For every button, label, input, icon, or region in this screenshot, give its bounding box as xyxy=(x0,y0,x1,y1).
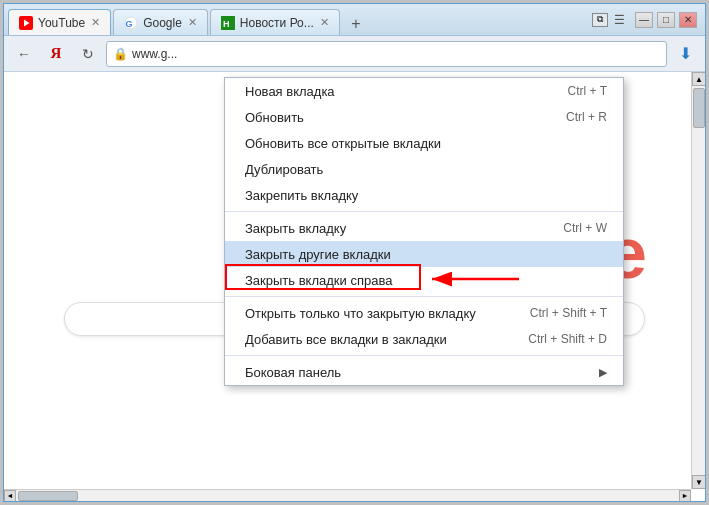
tab-youtube-close[interactable]: ✕ xyxy=(91,16,100,29)
tab-google-close[interactable]: ✕ xyxy=(188,16,197,29)
menu-item-reopen-label: Открыть только что закрытую вкладку xyxy=(245,306,476,321)
lock-icon: 🔒 xyxy=(113,47,128,61)
menu-item-close-right-label: Закрыть вкладки справа xyxy=(245,273,392,288)
menu-item-refresh-label: Обновить xyxy=(245,110,304,125)
yandex-button[interactable]: Я xyxy=(42,41,70,67)
separator-2 xyxy=(225,296,623,297)
menu-item-sidebar[interactable]: Боковая панель ▶ xyxy=(225,359,623,385)
address-bar[interactable]: 🔒 www.g... xyxy=(106,41,667,67)
menu-item-bookmarks-all-label: Добавить все вкладки в закладки xyxy=(245,332,447,347)
menu-item-close-other-label: Закрыть другие вкладки xyxy=(245,247,391,262)
menu-item-close-other[interactable]: Закрыть другие вкладки xyxy=(225,241,623,267)
new-tab-button[interactable]: + xyxy=(344,13,368,35)
menu-item-refresh-shortcut: Ctrl + R xyxy=(566,110,607,124)
scroll-thumb-vertical[interactable] xyxy=(693,88,705,128)
tab-news[interactable]: Н Новости Ро... ✕ xyxy=(210,9,340,35)
download-button[interactable]: ⬇ xyxy=(671,41,699,67)
menu-item-refresh-all-label: Обновить все открытые вкладки xyxy=(245,136,441,151)
menu-item-refresh[interactable]: Обновить Ctrl + R xyxy=(225,104,623,130)
scroll-left-button[interactable]: ◄ xyxy=(4,490,16,502)
google-favicon: G xyxy=(124,16,138,30)
menu-item-new-tab[interactable]: Новая вкладка Ctrl + T xyxy=(225,78,623,104)
menu-item-sidebar-label: Боковая панель xyxy=(245,365,341,380)
browser-window: YouTube ✕ G Google ✕ Н xyxy=(3,3,706,502)
address-text: www.g... xyxy=(132,47,177,61)
news-favicon: Н xyxy=(221,16,235,30)
menu-item-pin-label: Закрепить вкладку xyxy=(245,188,358,203)
svg-text:G: G xyxy=(126,18,133,28)
context-menu: Новая вкладка Ctrl + T Обновить Ctrl + R… xyxy=(224,77,624,386)
menu-item-refresh-all[interactable]: Обновить все открытые вкладки xyxy=(225,130,623,156)
tab-news-label: Новости Ро... xyxy=(240,16,314,30)
content-area: Google Новая вкладка Ctrl + T Обновить C… xyxy=(4,72,705,501)
menu-item-reopen[interactable]: Открыть только что закрытую вкладку Ctrl… xyxy=(225,300,623,326)
yandex-icon: Я xyxy=(51,45,62,62)
maximize-button[interactable]: □ xyxy=(657,12,675,28)
close-button[interactable]: ✕ xyxy=(679,12,697,28)
tab-google-label: Google xyxy=(143,16,182,30)
scrollbar-vertical[interactable]: ▲ ▼ xyxy=(691,72,705,489)
tab-youtube[interactable]: YouTube ✕ xyxy=(8,9,111,35)
scroll-down-button[interactable]: ▼ xyxy=(692,475,705,489)
menu-item-reopen-shortcut: Ctrl + Shift + T xyxy=(530,306,607,320)
youtube-favicon xyxy=(19,16,33,30)
title-bar: YouTube ✕ G Google ✕ Н xyxy=(4,4,705,36)
restore-icon[interactable]: ⧉ xyxy=(592,13,608,27)
menu-item-new-tab-shortcut: Ctrl + T xyxy=(568,84,607,98)
minimize-button[interactable]: — xyxy=(635,12,653,28)
menu-icon[interactable]: ☰ xyxy=(610,11,629,29)
menu-item-pin[interactable]: Закрепить вкладку xyxy=(225,182,623,208)
scroll-thumb-horizontal[interactable] xyxy=(18,491,78,501)
toolbar: ← Я ↻ 🔒 www.g... ⬇ xyxy=(4,36,705,72)
tab-strip: YouTube ✕ G Google ✕ Н xyxy=(8,4,586,35)
separator-3 xyxy=(225,355,623,356)
back-icon: ← xyxy=(17,46,31,62)
scroll-up-button[interactable]: ▲ xyxy=(692,72,705,86)
scroll-right-button[interactable]: ► xyxy=(679,490,691,502)
tab-google[interactable]: G Google ✕ xyxy=(113,9,208,35)
back-button[interactable]: ← xyxy=(10,41,38,67)
menu-item-close-tab[interactable]: Закрыть вкладку Ctrl + W xyxy=(225,215,623,241)
refresh-button[interactable]: ↻ xyxy=(74,41,102,67)
menu-item-duplicate[interactable]: Дублировать xyxy=(225,156,623,182)
menu-item-bookmarks-all-shortcut: Ctrl + Shift + D xyxy=(528,332,607,346)
download-icon: ⬇ xyxy=(679,44,692,63)
separator-1 xyxy=(225,211,623,212)
tab-news-close[interactable]: ✕ xyxy=(320,16,329,29)
menu-item-bookmarks-all[interactable]: Добавить все вкладки в закладки Ctrl + S… xyxy=(225,326,623,352)
menu-item-close-tab-shortcut: Ctrl + W xyxy=(563,221,607,235)
scrollbar-horizontal[interactable]: ◄ ► xyxy=(4,489,691,501)
menu-item-close-tab-label: Закрыть вкладку xyxy=(245,221,346,236)
menu-item-new-tab-label: Новая вкладка xyxy=(245,84,335,99)
refresh-icon: ↻ xyxy=(82,46,94,62)
window-controls: — □ ✕ xyxy=(635,12,701,28)
menu-item-sidebar-arrow: ▶ xyxy=(599,366,607,379)
svg-text:Н: Н xyxy=(223,19,230,29)
tab-youtube-label: YouTube xyxy=(38,16,85,30)
menu-item-duplicate-label: Дублировать xyxy=(245,162,323,177)
menu-item-close-right[interactable]: Закрыть вкладки справа xyxy=(225,267,623,293)
